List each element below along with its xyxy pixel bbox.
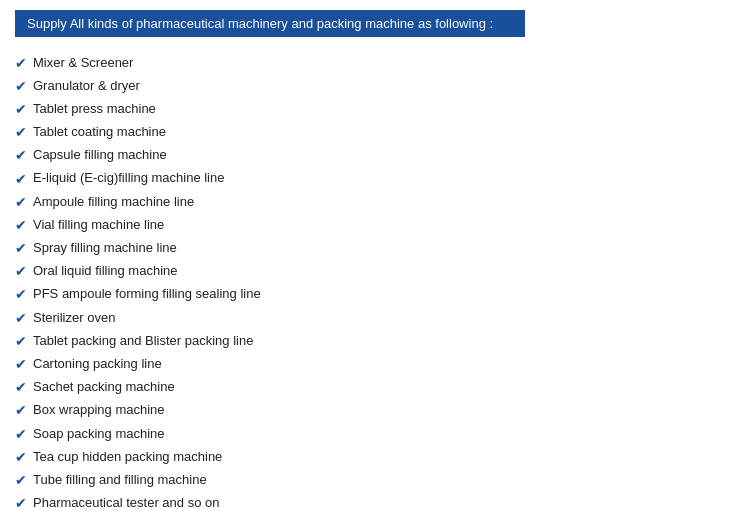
item-label: Pharmaceutical tester and so on	[33, 494, 219, 511]
checkmark-icon: ✔	[15, 496, 27, 510]
list-item: ✔Spray filling machine line	[15, 237, 735, 260]
item-list: ✔Mixer & Screener✔Granulator & dryer✔Tab…	[15, 51, 735, 511]
item-label: PFS ampoule forming filling sealing line	[33, 285, 261, 303]
list-item: ✔Oral liquid filling machine	[15, 260, 735, 283]
checkmark-icon: ✔	[15, 79, 27, 93]
checkmark-icon: ✔	[15, 241, 27, 255]
checkmark-icon: ✔	[15, 172, 27, 186]
checkmark-icon: ✔	[15, 473, 27, 487]
list-item: ✔Sachet packing machine	[15, 376, 735, 399]
item-label: Granulator & dryer	[33, 77, 140, 95]
checkmark-icon: ✔	[15, 195, 27, 209]
list-item: ✔Ampoule filling machine line	[15, 190, 735, 213]
checkmark-icon: ✔	[15, 102, 27, 116]
checkmark-icon: ✔	[15, 125, 27, 139]
item-label: Tablet packing and Blister packing line	[33, 332, 253, 350]
item-label: Tablet coating machine	[33, 123, 166, 141]
item-label: Oral liquid filling machine	[33, 262, 178, 280]
list-item: ✔Tablet packing and Blister packing line	[15, 329, 735, 352]
list-item: ✔Cartoning packing line	[15, 352, 735, 375]
checkmark-icon: ✔	[15, 311, 27, 325]
item-label: Vial filling machine line	[33, 216, 164, 234]
checkmark-icon: ✔	[15, 450, 27, 464]
checkmark-icon: ✔	[15, 287, 27, 301]
list-item: ✔Tablet coating machine	[15, 121, 735, 144]
header-text: Supply All kinds of pharmaceutical machi…	[27, 16, 493, 31]
list-item: ✔Granulator & dryer	[15, 74, 735, 97]
item-label: Box wrapping machine	[33, 401, 165, 419]
list-item: ✔Tablet press machine	[15, 97, 735, 120]
list-item: ✔Sterilizer oven	[15, 306, 735, 329]
item-label: Sachet packing machine	[33, 378, 175, 396]
item-label: Tube filling and filling machine	[33, 471, 207, 489]
item-label: Tablet press machine	[33, 100, 156, 118]
header-banner: Supply All kinds of pharmaceutical machi…	[15, 10, 525, 37]
item-label: Soap packing machine	[33, 425, 165, 443]
checkmark-icon: ✔	[15, 403, 27, 417]
checkmark-icon: ✔	[15, 357, 27, 371]
list-item: ✔E-liquid (E-cig)filling machine line	[15, 167, 735, 190]
checkmark-icon: ✔	[15, 264, 27, 278]
list-item: ✔PFS ampoule forming filling sealing lin…	[15, 283, 735, 306]
list-item: ✔Vial filling machine line	[15, 213, 735, 236]
checkmark-icon: ✔	[15, 380, 27, 394]
list-item: ✔Soap packing machine	[15, 422, 735, 445]
checkmark-icon: ✔	[15, 56, 27, 70]
item-label: Spray filling machine line	[33, 239, 177, 257]
item-label: Ampoule filling machine line	[33, 193, 194, 211]
checkmark-icon: ✔	[15, 148, 27, 162]
item-label: Mixer & Screener	[33, 54, 133, 72]
item-label: E-liquid (E-cig)filling machine line	[33, 169, 224, 187]
list-item: ✔Pharmaceutical tester and so on	[15, 492, 735, 511]
checkmark-icon: ✔	[15, 427, 27, 441]
item-label: Tea cup hidden packing machine	[33, 448, 222, 466]
list-item: ✔Tea cup hidden packing machine	[15, 445, 735, 468]
checkmark-icon: ✔	[15, 218, 27, 232]
list-item: ✔Box wrapping machine	[15, 399, 735, 422]
item-label: Sterilizer oven	[33, 309, 115, 327]
list-item: ✔Tube filling and filling machine	[15, 468, 735, 491]
checkmark-icon: ✔	[15, 334, 27, 348]
item-label: Capsule filling machine	[33, 146, 167, 164]
list-item: ✔Capsule filling machine	[15, 144, 735, 167]
item-label: Cartoning packing line	[33, 355, 162, 373]
list-item: ✔Mixer & Screener	[15, 51, 735, 74]
